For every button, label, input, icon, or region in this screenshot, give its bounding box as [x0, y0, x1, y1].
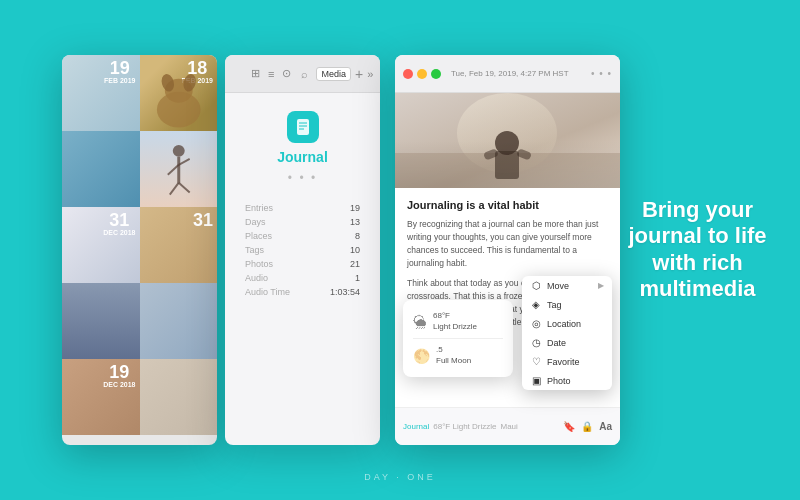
photo-cell-4[interactable] [140, 131, 218, 207]
tagline-text: Bring your journal to life with rich mul… [625, 197, 770, 303]
dayone-branding: DAY · ONE [364, 472, 436, 482]
entry-heading: Journaling is a vital habit [407, 198, 608, 212]
entry-toolbar: Tue, Feb 19, 2019, 4:27 PM HST • • • [395, 55, 620, 93]
stat-places-value: 8 [355, 231, 360, 241]
stat-days-label: Days [245, 217, 266, 227]
move-label: Move [547, 281, 569, 291]
tagline-area: Bring your journal to life with rich mul… [625, 197, 770, 303]
photo-cell-9[interactable]: 19 DEC 2018 [62, 359, 140, 435]
journal-stats: Entries 19 Days 13 Places 8 Tags 10 Phot… [225, 197, 380, 303]
stat-audio: Audio 1 [245, 271, 360, 285]
tag-label: Tag [547, 300, 562, 310]
stat-days: Days 13 [245, 215, 360, 229]
media-selector[interactable]: Media [316, 67, 351, 81]
date-label: Date [547, 338, 566, 348]
stat-tags: Tags 10 [245, 243, 360, 257]
menu-item-location[interactable]: ◎ Location [522, 314, 612, 333]
svg-rect-11 [297, 119, 309, 135]
stat-photos-value: 21 [350, 259, 360, 269]
journal-name: Journal [277, 149, 328, 165]
stat-places-label: Places [245, 231, 272, 241]
footer-icons: 🔖 🔒 Aa [563, 421, 612, 432]
stat-entries-value: 19 [350, 203, 360, 213]
menu-item-favorite[interactable]: ♡ Favorite [522, 352, 612, 371]
menu-item-move[interactable]: ⬡ Move ▶ [522, 276, 612, 295]
journal-icon [287, 111, 319, 143]
menu-item-photo[interactable]: ▣ Photo [522, 371, 612, 390]
middle-toolbar: ⊞ ≡ ⊙ ⌕ Media + » [225, 55, 380, 93]
date-icon: ◷ [530, 337, 542, 348]
moon-phase-text: .5 Full Moon [436, 345, 471, 366]
context-menu: ⬡ Move ▶ ◈ Tag ◎ Location ◷ Date ♡ Favor… [522, 276, 612, 390]
entry-more-button[interactable]: • • • [591, 68, 612, 79]
stat-audio-label: Audio [245, 273, 268, 283]
photo-cell-1[interactable]: 19 FEB 2019 [62, 55, 140, 131]
photo-icon: ▣ [530, 375, 542, 386]
photo-grid-panel: 19 FEB 2019 18 FEB 2019 [62, 55, 217, 445]
entry-body-1: By recognizing that a journal can be mor… [407, 218, 608, 269]
entry-date: Tue, Feb 19, 2019, 4:27 PM HST [451, 69, 587, 78]
weather-moon-row: 🌕 .5 Full Moon [413, 342, 503, 369]
drizzle-icon: 🌦 [413, 314, 427, 330]
entry-hero-image [395, 93, 620, 188]
stat-photos-label: Photos [245, 259, 273, 269]
search-icon[interactable]: ⌕ [301, 68, 308, 80]
font-icon[interactable]: Aa [599, 421, 612, 432]
menu-item-date[interactable]: ◷ Date [522, 333, 612, 352]
options-icon[interactable]: ⊙ [282, 67, 291, 80]
location-icon: ◎ [530, 318, 542, 329]
stat-places: Places 8 [245, 229, 360, 243]
stat-entries: Entries 19 [245, 201, 360, 215]
moon-icon: 🌕 [413, 348, 430, 364]
weather-drizzle-row: 🌦 68°F Light Drizzle [413, 308, 503, 335]
photo-cell-6[interactable]: 31 [140, 207, 218, 283]
photo-cell-7[interactable] [62, 283, 140, 359]
photo-cell-10[interactable] [140, 359, 218, 435]
favorite-icon: ♡ [530, 356, 542, 367]
weather-condition-text: 68°F Light Drizzle [433, 311, 477, 332]
stat-audio-value: 1 [355, 273, 360, 283]
menu-item-tag[interactable]: ◈ Tag [522, 295, 612, 314]
favorite-label: Favorite [547, 357, 580, 367]
entry-maximize-button[interactable] [431, 69, 441, 79]
stat-audio-time: Audio Time 1:03:54 [245, 285, 360, 299]
bookmark-icon[interactable]: 🔖 [563, 421, 575, 432]
stat-tags-value: 10 [350, 245, 360, 255]
photo-cell-8[interactable] [140, 283, 218, 359]
svg-point-5 [172, 145, 184, 157]
journal-list-panel: ⊞ ≡ ⊙ ⌕ Media + » Journal • • • Entries … [225, 55, 380, 445]
lock-icon[interactable]: 🔒 [581, 421, 593, 432]
footer-journal-name: Journal [403, 422, 429, 431]
photo-cell-5[interactable]: 31 DEC 2018 [62, 207, 140, 283]
entry-minimize-button[interactable] [417, 69, 427, 79]
journal-entry-panel: Tue, Feb 19, 2019, 4:27 PM HST • • • [395, 55, 620, 445]
photo-grid: 19 FEB 2019 18 FEB 2019 [62, 55, 217, 445]
journal-header: Journal • • • [225, 93, 380, 197]
move-icon: ⬡ [530, 280, 542, 291]
stat-audio-time-value: 1:03:54 [330, 287, 360, 297]
entry-footer: Journal 68°F Light Drizzle Maui 🔖 🔒 Aa [395, 407, 620, 445]
weather-popup: 🌦 68°F Light Drizzle 🌕 .5 Full Moon [403, 300, 513, 377]
stat-entries-label: Entries [245, 203, 273, 213]
filter-icon[interactable]: ≡ [268, 68, 274, 80]
journal-menu-dots[interactable]: • • • [288, 171, 317, 185]
grid-view-icon[interactable]: ⊞ [251, 67, 260, 80]
footer-location: Maui [500, 422, 517, 431]
stat-audio-time-label: Audio Time [245, 287, 290, 297]
add-entry-button[interactable]: + [355, 66, 363, 82]
stat-photos: Photos 21 [245, 257, 360, 271]
footer-weather: 68°F Light Drizzle [433, 422, 496, 431]
image-overlay [395, 93, 620, 188]
stat-days-value: 13 [350, 217, 360, 227]
location-label: Location [547, 319, 581, 329]
entry-close-button[interactable] [403, 69, 413, 79]
window-controls [403, 69, 441, 79]
photo-cell-2[interactable]: 18 FEB 2019 [140, 55, 218, 131]
submenu-arrow: ▶ [598, 281, 604, 290]
more-button[interactable]: » [367, 68, 373, 80]
photo-label: Photo [547, 376, 571, 386]
photo-cell-3[interactable] [62, 131, 140, 207]
tag-icon: ◈ [530, 299, 542, 310]
stat-tags-label: Tags [245, 245, 264, 255]
